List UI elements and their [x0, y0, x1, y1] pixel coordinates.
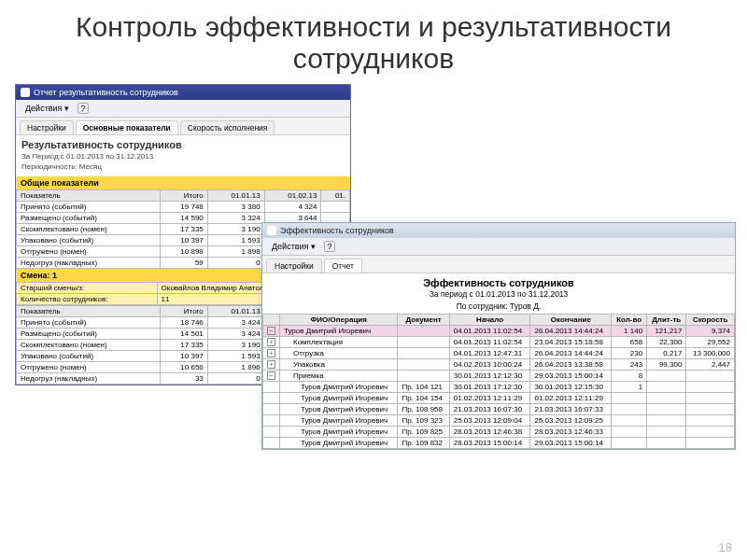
col-document[interactable]: Документ	[398, 315, 449, 326]
cell: 8	[612, 371, 647, 382]
cell: 25.03.2013 12:09:04	[449, 415, 530, 427]
col-start[interactable]: Начало	[449, 315, 530, 326]
col-speed[interactable]: Скорость	[686, 315, 735, 326]
cell	[398, 337, 449, 348]
table-row[interactable]: Туров Дмитрий ИгоревичПр. 104 15401.02.2…	[263, 393, 735, 404]
tabs: Настройки Основные показатели Скорость и…	[16, 118, 350, 135]
cell: Туров Дмитрий Игоревич	[280, 427, 398, 438]
cell-indicator: Скомплектовано (номен)	[17, 224, 161, 235]
col-m1[interactable]: 01.01.13	[207, 190, 264, 202]
cell-value: 0	[207, 373, 264, 385]
titlebar-results[interactable]: Отчет результативность сотрудников	[16, 85, 350, 100]
cell: 29,552	[686, 337, 735, 348]
tab-settings[interactable]: Настройки	[266, 259, 322, 273]
cell-value: 10 898	[161, 246, 208, 258]
app-icon	[267, 226, 276, 235]
col-count[interactable]: Кол-во	[612, 315, 647, 326]
table-row[interactable]: Туров Дмитрий ИгоревичПр. 108 95821.03.2…	[263, 404, 735, 415]
col-total[interactable]: Итого	[161, 306, 208, 317]
table-row[interactable]: +Комплектация04.01.2013 11:02:5423.04.20…	[263, 337, 735, 348]
cell	[686, 438, 735, 449]
tree-toggle[interactable]: −	[263, 371, 280, 382]
table-row[interactable]: +Упаковка04.02.2013 10:00:2426.04.2013 1…	[263, 359, 735, 371]
cell-value: 1 593	[207, 235, 264, 246]
col-end[interactable]: Окончание	[530, 315, 612, 326]
toolbar: Действия ▾ ?	[262, 238, 735, 256]
cell-indicator: Скомплектовано (номен)	[17, 340, 161, 351]
col-indicator[interactable]: Показатель	[17, 190, 161, 202]
tree-toggle[interactable]: −	[263, 326, 280, 337]
cell-value	[321, 202, 350, 213]
col-m1[interactable]: 01.01.13	[207, 306, 264, 317]
table-row[interactable]: Туров Дмитрий ИгоревичПр. 109 32325.03.2…	[263, 415, 735, 427]
table-row[interactable]: Туров Дмитрий ИгоревичПр. 104 12130.01.2…	[263, 382, 735, 393]
col-fio[interactable]: ФИО/Операция	[280, 315, 398, 326]
col-total[interactable]: Итого	[161, 190, 208, 202]
tab-main-indicators[interactable]: Основные показатели	[76, 120, 178, 134]
window-title: Эффективность сотрудников	[280, 226, 394, 235]
cell: 28.03.2013 12:46:38	[449, 427, 530, 438]
tree-toggle[interactable]: +	[263, 359, 280, 371]
col-m3[interactable]: 01.	[321, 190, 350, 202]
tree-toggle[interactable]: +	[263, 348, 280, 359]
cell-indicator: Принято (событий)	[17, 202, 161, 213]
cell: 29.03.2013 15:00:14	[530, 438, 612, 449]
report-period: За период с 01.01.2013 по 31.12.2013	[262, 289, 735, 299]
cell-indicator: Размещено (событий)	[17, 329, 161, 340]
tab-report[interactable]: Отчет	[324, 259, 362, 273]
table-row[interactable]: Туров Дмитрий ИгоревичПр. 109 82528.03.2…	[263, 427, 735, 438]
cell	[612, 427, 647, 438]
cell	[686, 404, 735, 415]
cell	[647, 404, 686, 415]
cell	[647, 438, 686, 449]
section-general: Общие показатели	[16, 176, 350, 189]
cell: 26.04.2013 14:44:24	[530, 326, 612, 337]
cell	[612, 438, 647, 449]
table-row[interactable]: Принято (событий)19 7483 3804 324	[17, 202, 350, 213]
col-tree	[263, 315, 280, 326]
cell: Пр. 109 323	[398, 415, 449, 427]
cell-value: 1 896	[207, 362, 264, 373]
tree-toggle	[263, 382, 280, 393]
cell-value: 14 501	[161, 329, 208, 340]
window-title: Отчет результативность сотрудников	[34, 88, 178, 97]
col-m2[interactable]: 01.02.13	[264, 190, 321, 202]
cell: 2,447	[686, 359, 735, 371]
tab-speed[interactable]: Скорость исполнения	[180, 120, 275, 134]
cell: 01.02.2013 12:11:29	[449, 393, 530, 404]
cell: Отгрузка	[280, 348, 398, 359]
cell: 0,217	[647, 348, 686, 359]
cell-indicator: Упаковано (событий)	[17, 235, 161, 246]
cell-value: 0	[207, 258, 264, 269]
tab-settings[interactable]: Настройки	[20, 120, 74, 134]
table-efficiency: ФИО/Операция Документ Начало Окончание К…	[262, 314, 735, 449]
cell: 04.01.2013 12:47:31	[449, 348, 530, 359]
cell: 13 300,000	[686, 348, 735, 359]
table-row[interactable]: +Отгрузка04.01.2013 12:47:3126.04.2013 1…	[263, 348, 735, 359]
tree-toggle	[263, 438, 280, 449]
cell-value: 10 397	[161, 235, 208, 246]
app-icon	[21, 88, 30, 97]
window-efficiency: Эффективность сотрудников Действия ▾ ? Н…	[261, 222, 736, 450]
cell	[612, 393, 647, 404]
cell-indicator: Принято (событий)	[17, 317, 161, 329]
panel-title: Результативность сотрудников	[21, 139, 345, 150]
col-duration[interactable]: Длит-ть	[647, 315, 686, 326]
help-button[interactable]: ?	[78, 103, 89, 114]
cell	[686, 415, 735, 427]
report-filter: По сотрудник: Туров Д.	[262, 301, 735, 311]
table-row[interactable]: −Туров Дмитрий Игоревич04.01.2013 11:02:…	[263, 326, 735, 337]
actions-menu[interactable]: Действия ▾	[20, 102, 75, 115]
titlebar-efficiency[interactable]: Эффективность сотрудников	[262, 223, 735, 238]
cell: 04.01.2013 11:02:54	[449, 337, 530, 348]
help-button[interactable]: ?	[324, 241, 335, 252]
tree-toggle	[263, 415, 280, 427]
cell	[398, 371, 449, 382]
cell	[686, 371, 735, 382]
table-row[interactable]: −Приемка30.01.2013 12:12:3029.03.2013 15…	[263, 371, 735, 382]
actions-menu[interactable]: Действия ▾	[266, 240, 321, 253]
tree-toggle[interactable]: +	[263, 337, 280, 348]
col-indicator[interactable]: Показатель	[17, 306, 161, 317]
tree-toggle	[263, 393, 280, 404]
table-row[interactable]: Туров Дмитрий ИгоревичПр. 109 83228.03.2…	[263, 438, 735, 449]
